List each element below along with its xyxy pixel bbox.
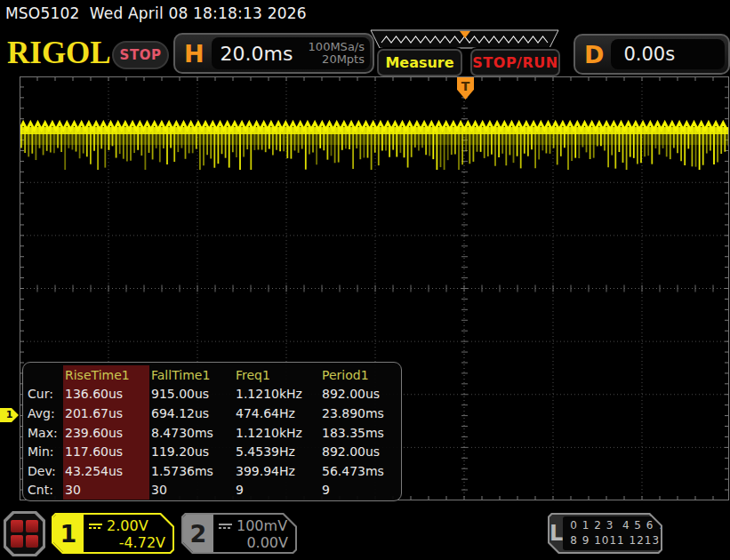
measurement-value: 5.4539Hz — [234, 442, 320, 461]
channel2-scale: 100mV — [237, 517, 287, 534]
dc-coupling-icon — [219, 524, 232, 529]
channel1-block[interactable]: 1 2.00V -4.72V — [52, 513, 174, 554]
measurement-value: 183.35ms — [320, 423, 398, 443]
menu-grid-square — [26, 535, 38, 548]
stop-run-button[interactable]: STOP/RUN — [470, 49, 560, 76]
horizontal-timebase-block[interactable]: H 20.0ms 100MSa/s 20Mpts — [173, 33, 374, 74]
measurement-value: 9 — [234, 481, 320, 500]
measurement-value: 1.5736ms — [149, 461, 234, 481]
delay-block[interactable]: D 0.00s — [574, 34, 730, 75]
menu-grid-square — [11, 520, 23, 532]
dc-coupling-icon — [89, 524, 102, 529]
measure-button[interactable]: Measure — [377, 49, 462, 76]
measurement-value: 915.00us — [149, 385, 234, 404]
delay-value: 0.00s — [611, 39, 725, 69]
measurement-value: 30 — [63, 481, 149, 500]
oscilloscope-screen: MSO5102 Wed April 08 18:18:13 2026 RIGOL… — [0, 0, 730, 560]
measurement-value: 9 — [320, 481, 398, 500]
measurement-value: 30 — [149, 481, 234, 500]
measurement-column-header: Period1 — [320, 365, 398, 385]
measurement-value: 201.67us — [63, 404, 149, 423]
measurement-column-header: FallTime1 — [149, 365, 234, 385]
acquisition-info: 100MSa/s 20Mpts — [309, 41, 370, 66]
channel2-number: 2 — [183, 515, 213, 552]
quick-menu-icon[interactable] — [4, 511, 45, 556]
timebase-readout: 20.0ms 100MSa/s 20Mpts — [212, 37, 370, 69]
menu-grid-square — [11, 535, 23, 548]
measurement-value: 892.00us — [320, 442, 398, 461]
measurement-row-label: Min: — [26, 442, 63, 461]
measurement-value: 892.00us — [320, 385, 398, 404]
channel1-scale: 2.00V — [107, 517, 148, 534]
memory-depth: 20Mpts — [322, 52, 365, 66]
measurement-value: 694.12us — [149, 404, 234, 423]
h-label: H — [175, 40, 212, 68]
measurement-corner — [26, 365, 63, 385]
measurement-value: 399.94Hz — [234, 461, 320, 481]
measurement-value: 56.473ms — [320, 461, 398, 481]
measurement-column-header: Freq1 — [234, 365, 320, 385]
measurement-row-label: Avg: — [26, 404, 63, 423]
channel1-offset: -4.72V — [89, 534, 165, 551]
measurement-value: 136.60us — [63, 385, 149, 404]
measurement-value: 117.60us — [63, 442, 149, 461]
measurement-panel[interactable]: RiseTime1FallTime1Freq1Period1Cur:136.60… — [22, 362, 402, 501]
run-state-badge: STOP — [112, 41, 169, 69]
measurement-value: 239.60us — [63, 423, 149, 443]
status-bar-title: MSO5102 Wed April 08 18:18:13 2026 — [0, 0, 730, 28]
measurement-row-label: Cur: — [26, 385, 63, 404]
measurement-value: 23.890ms — [320, 404, 398, 423]
measurement-value: 1.1210kHz — [234, 423, 320, 443]
rigol-logo: RIGOL — [7, 36, 111, 71]
channel2-offset: 0.00V — [219, 534, 288, 551]
d-label: D — [575, 41, 611, 68]
channel1-number: 1 — [53, 515, 84, 552]
measurement-row-label: Cnt: — [26, 481, 63, 500]
menu-grid-icon — [6, 514, 43, 554]
measurement-value: 119.20us — [149, 442, 234, 461]
logic-analyzer-block[interactable]: L 0 1 2 3 4 5 6 78 9 1011 12131415 — [548, 513, 662, 554]
sample-rate: 100MSa/s — [309, 40, 365, 53]
menu-grid-square — [26, 520, 38, 532]
measurement-row-label: Dev: — [26, 461, 63, 481]
measurement-row-label: Max: — [26, 423, 63, 443]
measurement-column-header: RiseTime1 — [63, 365, 149, 385]
measurement-value: 474.64Hz — [234, 404, 320, 423]
measurement-value: 43.254us — [63, 461, 149, 481]
measurement-value: 8.4730ms — [149, 423, 234, 443]
digital-channel-list: 0 1 2 3 4 5 6 78 9 1011 12131415 — [563, 516, 690, 550]
waveform-overview-strip[interactable] — [362, 29, 566, 50]
timebase-value: 20.0ms — [212, 43, 293, 65]
logic-analyzer-label: L — [550, 521, 563, 546]
measurement-value: 1.1210kHz — [234, 385, 320, 404]
channel1-ground-marker[interactable]: 1 — [0, 408, 19, 422]
channel2-block[interactable]: 2 100mV 0.00V — [181, 513, 297, 554]
